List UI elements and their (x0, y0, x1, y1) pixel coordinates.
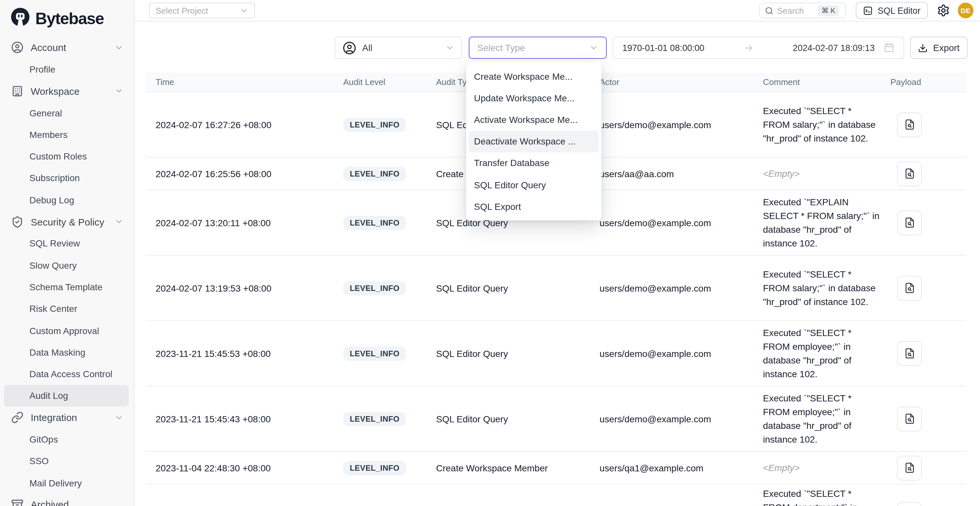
sidebar-item-schema-template[interactable]: Schema Template (0, 276, 134, 298)
payload-view-button[interactable] (897, 406, 922, 431)
actor-cell: users/demo@example.com (600, 414, 711, 424)
search-input[interactable] (777, 6, 815, 15)
sidebar-item-slow-query[interactable]: Slow Query (0, 254, 134, 276)
level-badge: LEVEL_INFO (343, 117, 406, 132)
payload-cell (897, 406, 922, 431)
column-header-actor: Actor (600, 73, 619, 92)
audit-level-cell: LEVEL_INFO (343, 281, 406, 295)
payload-cell (897, 275, 922, 301)
payload-view-button[interactable] (897, 161, 922, 186)
sidebar-item-audit-log[interactable]: Audit Log (4, 385, 129, 407)
sidebar-group-security-policy[interactable]: Security & Policy (0, 211, 134, 233)
sidebar-item-members[interactable]: Members (0, 124, 134, 145)
time-cell: 2023-11-04 22:48:30 +08:00 (156, 463, 270, 473)
archive-icon (11, 498, 24, 506)
search-icon (765, 6, 774, 15)
column-header-time: Time (156, 73, 174, 92)
gear-icon[interactable] (937, 4, 950, 17)
file-search-icon (904, 217, 915, 228)
level-badge: LEVEL_INFO (343, 412, 406, 426)
time-cell: 2023-11-21 15:45:53 +08:00 (156, 348, 270, 359)
time-cell: 2024-02-07 13:19:53 +08:00 (156, 283, 271, 293)
time-cell: 2024-02-07 13:20:11 +08:00 (156, 217, 270, 228)
search-shortcut-chip: ⌘ K (818, 5, 839, 16)
payload-view-button[interactable] (897, 210, 922, 235)
payload-view-button[interactable] (897, 341, 922, 366)
sidebar-group-account[interactable]: Account (0, 37, 134, 59)
sidebar-item-data-access-control[interactable]: Data Access Control (0, 363, 134, 385)
project-select[interactable]: Select Project (149, 3, 255, 18)
shield-check-icon (11, 215, 24, 228)
avatar[interactable]: DE (958, 3, 974, 18)
chevron-down-icon (115, 43, 124, 52)
sidebar-item-subscription[interactable]: Subscription (0, 167, 134, 189)
file-search-icon (904, 119, 915, 130)
search-box[interactable]: ⌘ K (759, 3, 846, 18)
table-row: 2023-11-04 22:48:30 +08:00LEVEL_INFOCrea… (146, 452, 966, 484)
payload-view-button[interactable] (897, 112, 922, 137)
user-circle-icon (342, 41, 356, 54)
menu-item-create-workspace-me[interactable]: Create Workspace Me... (466, 65, 601, 87)
payload-view-button[interactable] (897, 455, 922, 480)
comment-cell: <Empty> (763, 167, 881, 180)
export-button[interactable]: Export (910, 37, 967, 59)
sidebar-item-debug-log[interactable]: Debug Log (0, 189, 134, 211)
payload-cell (897, 502, 922, 506)
brand-logo[interactable]: Bytebase (0, 0, 134, 31)
table-row: 2023-11-04 21:26:24 +08:00LEVEL_INFOSQL … (146, 484, 966, 506)
date-range-end: 2024-02-07 18:09:13 (793, 43, 894, 53)
chevron-down-icon (240, 6, 248, 15)
sidebar-group-archived[interactable]: Archived (0, 493, 134, 506)
sidebar-item-general[interactable]: General (0, 102, 134, 124)
menu-item-transfer-database[interactable]: Transfer Database (466, 152, 601, 174)
chevron-down-icon (445, 43, 454, 52)
audit-type-menu: Create Workspace Me...Update Workspace M… (466, 62, 601, 221)
payload-view-button[interactable] (897, 275, 922, 301)
table-row: 2024-02-07 13:19:53 +08:00LEVEL_INFOSQL … (146, 256, 966, 321)
sidebar-item-data-masking[interactable]: Data Masking (0, 341, 134, 363)
actor-cell: users/qa1@example.com (600, 463, 703, 473)
audit-level-cell: LEVEL_INFO (343, 166, 406, 181)
audit-type-select[interactable]: Select Type (469, 37, 607, 59)
sidebar-group-workspace[interactable]: Workspace (0, 80, 134, 102)
sidebar-group-label: Archived (31, 499, 124, 506)
sidebar-item-sso[interactable]: SSO (0, 450, 134, 472)
comment-cell: Executed `"SELECT * FROM employee;"` in … (763, 391, 881, 446)
date-range-picker[interactable]: 1970-01-01 08:00:00 2024-02-07 18:09:13 (612, 37, 904, 59)
sidebar-item-custom-approval[interactable]: Custom Approval (0, 320, 134, 342)
sidebar-item-sql-review[interactable]: SQL Review (0, 232, 134, 254)
file-search-icon (904, 168, 915, 179)
sidebar-nav: AccountProfileWorkspaceGeneralMembersCus… (0, 37, 134, 506)
column-header-audit-level: Audit Level (343, 73, 385, 92)
actor-filter-select[interactable]: All (335, 37, 462, 59)
menu-item-activate-workspace-me[interactable]: Activate Workspace Me... (466, 109, 601, 130)
audit-level-cell: LEVEL_INFO (343, 412, 406, 426)
comment-cell: Executed `"EXPLAIN SELECT * FROM salary;… (763, 195, 881, 250)
actor-cell: users/demo@example.com (600, 217, 711, 228)
comment-cell: <Empty> (763, 461, 881, 475)
building-icon (11, 85, 24, 97)
sql-editor-button[interactable]: SQL Editor (856, 2, 928, 19)
topbar: Select Project ⌘ K SQL Editor DE (135, 0, 980, 22)
bytebase-logo-icon (10, 7, 30, 29)
payload-view-button[interactable] (897, 502, 922, 506)
sidebar-item-mail-delivery[interactable]: Mail Delivery (0, 472, 134, 494)
menu-item-update-workspace-me[interactable]: Update Workspace Me... (466, 87, 601, 108)
sidebar-item-risk-center[interactable]: Risk Center (0, 298, 134, 320)
sidebar-item-gitops[interactable]: GitOps (0, 428, 134, 450)
link-icon (11, 411, 24, 423)
sidebar-item-profile[interactable]: Profile (0, 59, 134, 80)
audit-type-cell: SQL Editor Query (436, 283, 508, 293)
arrow-right-icon (744, 43, 754, 53)
brand-name: Bytebase (35, 9, 104, 28)
menu-item-sql-export[interactable]: SQL Export (466, 196, 601, 217)
menu-item-deactivate-workspace[interactable]: Deactivate Workspace ... (469, 130, 599, 152)
file-search-icon (904, 413, 915, 424)
download-icon (918, 43, 928, 53)
sidebar-item-custom-roles[interactable]: Custom Roles (0, 145, 134, 167)
sidebar-group-integration[interactable]: Integration (0, 407, 134, 428)
menu-item-sql-editor-query[interactable]: SQL Editor Query (466, 174, 601, 196)
comment-cell: Executed `"SELECT * FROM salary;"` in da… (763, 267, 881, 309)
table-row: 2023-11-21 15:45:53 +08:00LEVEL_INFOSQL … (146, 321, 966, 387)
user-circle-icon (11, 41, 24, 54)
